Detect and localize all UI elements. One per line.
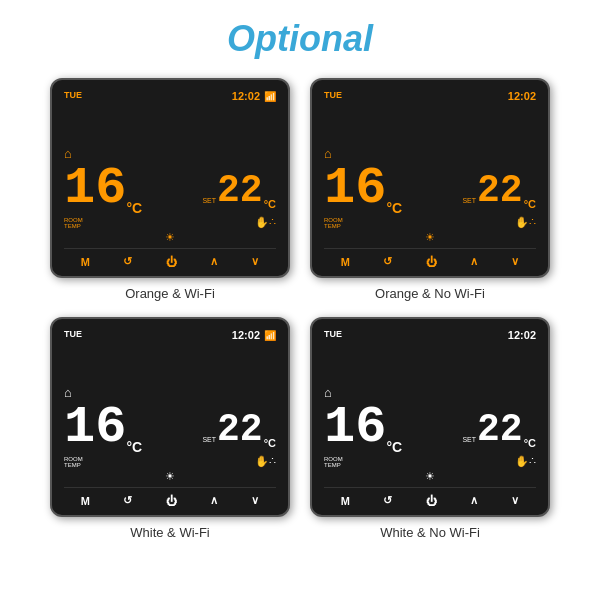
set-temp: 22 bbox=[217, 172, 263, 210]
set-section: SET 22°C bbox=[202, 172, 276, 210]
heat-icon: ∴ bbox=[269, 455, 276, 468]
btn-up[interactable]: ∧ bbox=[470, 494, 478, 507]
btn-down[interactable]: ∨ bbox=[251, 494, 259, 507]
bottom-icons-row: ☀ bbox=[64, 470, 276, 483]
time-wifi: 12:02 📶 bbox=[232, 329, 276, 341]
btn-rotate[interactable]: ↺ bbox=[123, 255, 132, 268]
set-section: SET 22°C bbox=[462, 411, 536, 449]
bottom-buttons: M ↺ ⏻ ∧ ∨ bbox=[64, 248, 276, 268]
left-section: ⌂ 16°C ROOMTEMP bbox=[64, 146, 142, 229]
page-title: Optional bbox=[227, 18, 373, 60]
btn-up[interactable]: ∧ bbox=[210, 255, 218, 268]
bottom-icons-row: ☀ bbox=[64, 231, 276, 244]
btn-m[interactable]: M bbox=[341, 495, 350, 507]
temp-unit-current: °C bbox=[126, 440, 142, 454]
time-display: 12:02 bbox=[508, 90, 536, 102]
icons-row: ✋ ∴ bbox=[255, 216, 276, 229]
card-top: TUE 12:02 📶 ⌂ 16°C ROOMTEMP SET bbox=[64, 329, 276, 483]
left-section: ⌂ 16°C ROOMTEMP bbox=[324, 146, 402, 229]
heat-icon: ∴ bbox=[529, 216, 536, 229]
icons-row: ✋ ∴ bbox=[515, 455, 536, 468]
main-display: ⌂ 16°C ROOMTEMP SET 22°C ✋ ∴ bbox=[64, 345, 276, 468]
time-display: 12:02 bbox=[232, 90, 260, 102]
set-label: SET bbox=[202, 197, 216, 204]
card-row1: TUE 12:02 bbox=[324, 329, 536, 341]
card-row1: TUE 12:02 📶 bbox=[64, 90, 276, 102]
bottom-buttons: M ↺ ⏻ ∧ ∨ bbox=[324, 487, 536, 507]
thermostat-card-white-no-wifi: TUE 12:02 ⌂ 16°C ROOMTEMP SET 2 bbox=[310, 317, 550, 517]
card-top: TUE 12:02 📶 ⌂ 16°C ROOMTEMP SET bbox=[64, 90, 276, 244]
btn-rotate[interactable]: ↺ bbox=[383, 494, 392, 507]
set-section: SET 22°C bbox=[462, 172, 536, 210]
card-row1: TUE 12:02 bbox=[324, 90, 536, 102]
btn-power[interactable]: ⏻ bbox=[166, 256, 177, 268]
room-temp-label: ROOMTEMP bbox=[324, 456, 343, 468]
right-section: SET 22°C ✋ ∴ bbox=[462, 411, 536, 468]
time-wifi: 12:02 bbox=[508, 329, 536, 341]
main-display: ⌂ 16°C ROOMTEMP SET 22°C ✋ ∴ bbox=[324, 106, 536, 229]
sun-icon: ☀ bbox=[165, 231, 175, 244]
card-label-white-no-wifi: White & No Wi-Fi bbox=[380, 525, 480, 540]
bottom-buttons: M ↺ ⏻ ∧ ∨ bbox=[64, 487, 276, 507]
btn-up[interactable]: ∧ bbox=[470, 255, 478, 268]
temp-unit-current: °C bbox=[386, 440, 402, 454]
current-temp: 16 bbox=[324, 163, 386, 215]
time-wifi: 12:02 📶 bbox=[232, 90, 276, 102]
btn-down[interactable]: ∨ bbox=[251, 255, 259, 268]
main-display: ⌂ 16°C ROOMTEMP SET 22°C ✋ ∴ bbox=[324, 345, 536, 468]
heat-icon: ∴ bbox=[269, 216, 276, 229]
btn-up[interactable]: ∧ bbox=[210, 494, 218, 507]
time-wifi: 12:02 bbox=[508, 90, 536, 102]
icons-row: ✋ ∴ bbox=[255, 455, 276, 468]
day-label: TUE bbox=[324, 90, 342, 100]
btn-rotate[interactable]: ↺ bbox=[123, 494, 132, 507]
thermostat-item-white-wifi: TUE 12:02 📶 ⌂ 16°C ROOMTEMP SET bbox=[50, 317, 290, 540]
room-temp-label: ROOMTEMP bbox=[64, 456, 83, 468]
bottom-icons-row: ☀ bbox=[324, 470, 536, 483]
hand-icon: ✋ bbox=[515, 455, 529, 468]
btn-power[interactable]: ⏻ bbox=[166, 495, 177, 507]
btn-down[interactable]: ∨ bbox=[511, 494, 519, 507]
main-display: ⌂ 16°C ROOMTEMP SET 22°C ✋ ∴ bbox=[64, 106, 276, 229]
btn-rotate[interactable]: ↺ bbox=[383, 255, 392, 268]
set-label: SET bbox=[462, 436, 476, 443]
set-label: SET bbox=[202, 436, 216, 443]
current-temp: 16 bbox=[324, 402, 386, 454]
set-temp: 22 bbox=[217, 411, 263, 449]
day-label: TUE bbox=[64, 329, 82, 339]
thermostat-item-white-no-wifi: TUE 12:02 ⌂ 16°C ROOMTEMP SET 2 bbox=[310, 317, 550, 540]
wifi-icon: 📶 bbox=[264, 330, 276, 341]
hand-icon: ✋ bbox=[255, 455, 269, 468]
thermostat-item-orange-wifi: TUE 12:02 📶 ⌂ 16°C ROOMTEMP SET bbox=[50, 78, 290, 301]
temp-unit-current: °C bbox=[126, 201, 142, 215]
sun-icon: ☀ bbox=[425, 231, 435, 244]
room-temp-label: ROOMTEMP bbox=[64, 217, 83, 229]
temp-unit-set: °C bbox=[524, 438, 536, 449]
hand-icon: ✋ bbox=[255, 216, 269, 229]
card-row1: TUE 12:02 📶 bbox=[64, 329, 276, 341]
card-top: TUE 12:02 ⌂ 16°C ROOMTEMP SET 2 bbox=[324, 90, 536, 244]
thermostat-card-white-wifi: TUE 12:02 📶 ⌂ 16°C ROOMTEMP SET bbox=[50, 317, 290, 517]
btn-down[interactable]: ∨ bbox=[511, 255, 519, 268]
heat-icon: ∴ bbox=[529, 455, 536, 468]
card-top: TUE 12:02 ⌂ 16°C ROOMTEMP SET 2 bbox=[324, 329, 536, 483]
btn-m[interactable]: M bbox=[81, 495, 90, 507]
icons-row: ✋ ∴ bbox=[515, 216, 536, 229]
sun-icon: ☀ bbox=[165, 470, 175, 483]
right-section: SET 22°C ✋ ∴ bbox=[202, 172, 276, 229]
btn-m[interactable]: M bbox=[81, 256, 90, 268]
day-label: TUE bbox=[324, 329, 342, 339]
btn-m[interactable]: M bbox=[341, 256, 350, 268]
thermostat-card-orange-wifi: TUE 12:02 📶 ⌂ 16°C ROOMTEMP SET bbox=[50, 78, 290, 278]
card-label-orange-wifi: Orange & Wi-Fi bbox=[125, 286, 215, 301]
set-label: SET bbox=[462, 197, 476, 204]
left-section: ⌂ 16°C ROOMTEMP bbox=[324, 385, 402, 468]
room-temp-label: ROOMTEMP bbox=[324, 217, 343, 229]
current-temp: 16 bbox=[64, 402, 126, 454]
bottom-icons-row: ☀ bbox=[324, 231, 536, 244]
right-section: SET 22°C ✋ ∴ bbox=[462, 172, 536, 229]
temp-unit-set: °C bbox=[524, 199, 536, 210]
btn-power[interactable]: ⏻ bbox=[426, 256, 437, 268]
current-temp: 16 bbox=[64, 163, 126, 215]
btn-power[interactable]: ⏻ bbox=[426, 495, 437, 507]
